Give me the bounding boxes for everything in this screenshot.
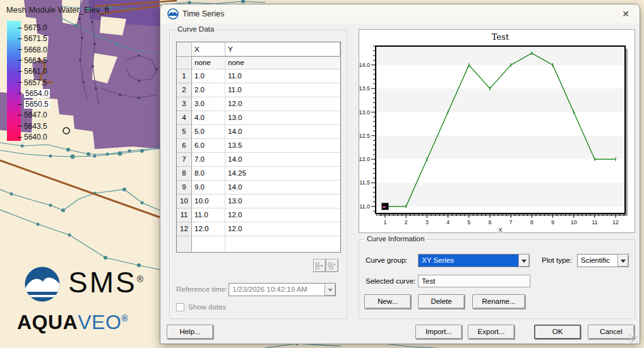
curve-data-table[interactable]: X Y none none 11.011.022.011.033.012.044… [176,42,341,253]
table-row: 99.014.0 [177,181,340,195]
table-row: 1111.012.0 [177,208,340,222]
close-icon[interactable]: ✕ [616,6,635,22]
table-row: 88.014.25 [177,167,340,181]
curve-group-label: Curve group: [366,256,407,264]
svg-text:12.0: 12.0 [359,156,370,162]
column-header-y[interactable]: Y [225,42,340,56]
row-number-cell[interactable]: 1 [177,69,192,83]
svg-text:12: 12 [612,219,619,225]
value-cell[interactable]: 12.0 [192,222,225,236]
table-row: 77.014.0 [177,153,340,167]
selected-curve-field[interactable]: Test [418,275,530,287]
row-number-cell[interactable]: 11 [177,208,192,222]
row-number-cell[interactable]: 2 [177,83,192,97]
time-series-dialog: Time Series ✕ Curve Data X Y none none 1… [160,4,640,344]
value-cell[interactable]: 13.5 [225,139,340,153]
value-cell[interactable]: 13.0 [225,195,340,208]
value-cell[interactable]: 4.0 [192,111,225,125]
value-cell[interactable]: 7.0 [192,153,225,167]
append-point-button[interactable] [326,259,338,272]
export-button[interactable]: Export... [468,325,515,339]
table-row: 55.014.0 [177,125,340,139]
value-cell[interactable]: 12.0 [225,97,340,111]
svg-text:7: 7 [510,219,513,225]
value-cell[interactable]: 14.0 [225,181,340,195]
units-cell-x[interactable]: none [192,57,225,69]
value-cell[interactable]: 11.0 [225,83,340,97]
svg-text:11.0: 11.0 [359,203,370,210]
ok-button[interactable]: OK [534,325,581,339]
row-number-cell[interactable]: 7 [177,153,192,167]
value-cell[interactable]: 12.0 [225,222,340,236]
table-row: 1010.013.0 [177,195,340,208]
rename-button[interactable]: Rename... [472,294,525,309]
column-header-x[interactable]: X [192,42,225,56]
row-number-cell[interactable]: 9 [177,181,192,195]
dialog-titlebar[interactable]: Time Series ✕ [160,4,640,23]
insert-point-button[interactable] [313,259,326,272]
reference-time-dropdown[interactable]: 1/23/2026 10:42:19 AM [229,283,336,296]
app-wave-icon [167,8,179,20]
svg-text:14.0: 14.0 [359,62,370,68]
row-number-cell[interactable]: 5 [177,125,192,139]
value-cell[interactable]: 5.0 [192,125,225,139]
chevron-down-icon[interactable] [325,284,335,296]
value-cell[interactable]: 1.0 [192,69,225,83]
corner-cell [177,42,192,56]
value-cell[interactable]: 11.0 [225,69,340,83]
value-cell[interactable]: 14.0 [225,125,340,139]
curve-information-group-label: Curve Information [364,235,427,243]
value-cell[interactable]: 12.0 [225,208,340,222]
value-cell[interactable]: 8.0 [192,167,225,181]
new-button[interactable]: New... [364,294,411,309]
delete-button[interactable]: Delete [418,294,465,309]
chart-title: Test [492,32,510,42]
value-cell[interactable]: 13.0 [225,111,340,125]
legend-label: 5657.5 [18,78,47,87]
svg-text:9: 9 [551,219,554,225]
import-button[interactable]: Import... [415,325,462,339]
table-header-row: X Y [177,42,340,57]
units-cell-y[interactable]: none [225,57,340,69]
value-cell[interactable]: 11.0 [192,208,225,222]
row-number-cell[interactable]: 6 [177,139,192,153]
selected-curve-label: Selected curve: [366,277,415,285]
row-number-cell[interactable]: 12 [177,222,192,236]
legend-label: 5647.0 [18,111,47,119]
mesh-module-title: Mesh Module Water_Elev_ft [6,5,109,15]
legend-label: 5664.5 [18,56,47,65]
svg-text:6: 6 [488,219,491,225]
legend-label: 5671.5 [18,34,47,43]
value-cell[interactable]: 6.0 [192,139,225,153]
value-cell[interactable]: 9.0 [192,181,225,195]
chevron-down-icon[interactable] [617,255,628,267]
svg-text:4: 4 [446,219,450,225]
value-cell[interactable]: 14.0 [225,153,340,167]
help-button[interactable]: Help... [167,325,213,339]
svg-text:1: 1 [383,219,386,225]
value-cell[interactable]: 2.0 [192,83,225,97]
svg-text:5: 5 [467,219,470,225]
value-cell[interactable]: 10.0 [192,195,225,208]
chevron-down-icon[interactable] [518,255,529,267]
row-number-cell[interactable]: 8 [177,167,192,181]
legend-label: 5661.0 [18,67,47,76]
row-number-cell[interactable]: 10 [177,195,192,208]
time-series-chart[interactable]: 12345678910111211.011.512.012.513.013.51… [359,30,635,232]
x-axis-label: X [498,227,502,232]
value-cell[interactable]: 14.25 [225,167,340,181]
row-number-cell[interactable]: 4 [177,111,192,125]
row-number-cell[interactable]: 3 [177,97,192,111]
resize-grip[interactable] [629,334,638,343]
svg-text:12.5: 12.5 [359,133,370,139]
sms-logo-text: SMS® [68,265,145,299]
svg-text:13.5: 13.5 [359,85,370,92]
empty-table-row[interactable] [177,236,340,252]
show-dates-checkbox[interactable] [176,303,184,311]
table-row: 66.013.5 [177,139,340,153]
units-row: none none [177,57,340,69]
cancel-button[interactable]: Cancel [588,325,635,339]
value-cell[interactable]: 3.0 [192,97,225,111]
plot-type-dropdown[interactable]: Scientific [577,254,629,267]
curve-group-dropdown[interactable]: XY Series [418,254,530,267]
